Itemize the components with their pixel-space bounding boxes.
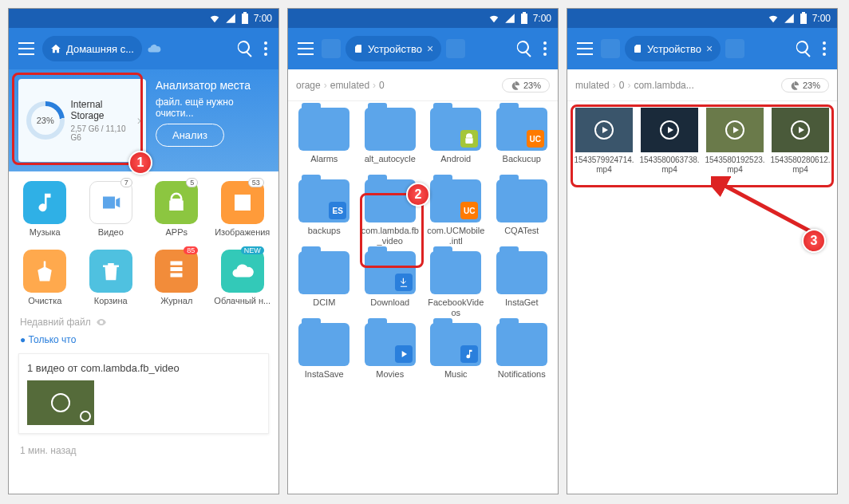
crumb-2[interactable]: com.lambda... — [634, 80, 693, 91]
folder-icon — [298, 323, 349, 366]
search-icon[interactable] — [235, 39, 255, 58]
video-item[interactable]: 1543580063738.mp4 — [639, 108, 700, 174]
tab-device[interactable]: Устройство × — [625, 36, 721, 61]
folder-item[interactable]: Music — [424, 323, 488, 390]
crumb-0[interactable]: orage — [296, 80, 321, 91]
storage-title: Internal Storage — [71, 99, 139, 121]
tab-label: Устройство — [647, 43, 701, 55]
folder-item[interactable]: Download — [359, 251, 422, 318]
overflow-menu[interactable] — [259, 41, 272, 56]
overflow-menu[interactable] — [539, 41, 551, 56]
folder-item[interactable]: Notifications — [491, 323, 554, 390]
overflow-menu[interactable] — [818, 41, 831, 56]
phone-screen-1: 7:00 Домашняя с... 23% Internal Storage … — [8, 8, 279, 494]
folder-item[interactable]: Android — [424, 108, 488, 175]
folder-item[interactable]: FacebookVideos — [424, 251, 488, 318]
folder-label: Backucup — [503, 154, 541, 175]
video-item[interactable]: 1543579924714.mp4 — [574, 108, 634, 174]
folder-icon — [365, 108, 416, 151]
menu-button[interactable] — [574, 37, 596, 60]
home-icon — [50, 43, 61, 54]
close-icon[interactable]: × — [427, 42, 433, 55]
shortcut-video[interactable]: 7 Видео — [80, 181, 142, 237]
folder-item[interactable]: Movies — [359, 323, 422, 390]
folder-badge-icon: ES — [329, 202, 346, 219]
recent-file-card[interactable]: 1 видео от com.lambda.fb_video — [18, 353, 269, 434]
battery-icon — [800, 12, 808, 25]
shortcut-cloud[interactable]: NEW Облачный н... — [211, 250, 274, 305]
folder-item[interactable]: InstaSave — [293, 323, 356, 390]
annotation-badge-2: 2 — [406, 183, 430, 207]
shortcut-label: Журнал — [160, 296, 192, 305]
video-label: 1543580192523.mp4 — [705, 156, 765, 174]
crumb-1[interactable]: emulated — [330, 80, 369, 91]
close-icon[interactable]: × — [706, 42, 713, 55]
folder-label: Movies — [376, 369, 404, 390]
storage-percent: 23% — [31, 106, 60, 135]
space-chip[interactable]: 23% — [781, 78, 829, 93]
crumb-2[interactable]: 0 — [379, 80, 385, 91]
svg-line-6 — [719, 183, 815, 234]
folder-label: Download — [370, 297, 409, 318]
tab-ghost-prev[interactable] — [601, 39, 620, 58]
folder-label: Music — [444, 369, 468, 390]
internal-storage-card[interactable]: 23% Internal Storage 2,57 G6 / 11,10 G6 … — [18, 79, 146, 162]
folder-item[interactable]: ES backups — [293, 179, 356, 246]
video-thumb — [641, 108, 698, 152]
folder-item[interactable]: UC com.UCMobile.intl — [424, 179, 488, 246]
badge: 53 — [248, 178, 264, 187]
wifi-icon — [768, 13, 779, 24]
tab-ghost-next[interactable] — [446, 39, 465, 58]
shortcut-log[interactable]: 85 Журнал — [145, 250, 207, 305]
folder-item[interactable]: UC Backucup — [491, 108, 554, 175]
video-item[interactable]: 1543580192523.mp4 — [705, 108, 765, 174]
folder-icon — [298, 251, 349, 294]
folder-item[interactable]: alt_autocycle — [359, 108, 422, 175]
recent-header: Недавний файл — [9, 309, 278, 331]
analyzer-sub: файл. ещё нужно очисти... — [156, 96, 269, 119]
recent-thumb[interactable] — [27, 380, 94, 425]
search-icon[interactable] — [515, 39, 534, 58]
folder-label: Android — [440, 154, 471, 175]
status-time: 7:00 — [254, 13, 272, 24]
cloud-icon[interactable] — [147, 41, 161, 56]
search-icon[interactable] — [794, 39, 813, 58]
folder-item[interactable]: DCIM — [293, 251, 356, 318]
crumb-1[interactable]: 0 — [619, 80, 625, 91]
phone-screen-3: 7:00 Устройство × mulated› 0› com.lambda… — [567, 8, 838, 494]
folder-item[interactable]: Alarms — [293, 108, 356, 175]
folder-badge-icon — [395, 345, 413, 363]
space-chip[interactable]: 23% — [502, 78, 550, 93]
folder-icon: ES — [298, 179, 349, 222]
tab-device[interactable]: Устройство × — [346, 36, 441, 61]
select-circle[interactable] — [80, 411, 91, 422]
folder-item[interactable]: InstaGet — [491, 251, 554, 318]
shortcut-image[interactable]: 53 Изображения — [211, 181, 274, 237]
folder-icon — [496, 251, 547, 294]
analyze-button[interactable]: Анализ — [156, 124, 224, 147]
tab-home[interactable]: Домашняя с... — [42, 36, 142, 61]
toolbar: Устройство × — [567, 28, 837, 69]
folder-item[interactable]: CQATest — [491, 179, 554, 246]
sdcard-icon — [353, 43, 363, 54]
pie-icon — [511, 81, 520, 90]
folder-icon: UC — [496, 108, 547, 151]
folder-icon: UC — [430, 179, 481, 222]
tab-ghost-prev[interactable] — [322, 39, 341, 58]
menu-button[interactable] — [15, 37, 38, 60]
shortcut-label: Облачный н... — [214, 296, 270, 305]
shortcut-app[interactable]: 5 APPs — [145, 181, 207, 237]
shortcut-trash[interactable]: Корзина — [80, 250, 142, 305]
folder-icon — [298, 108, 349, 151]
music-icon — [23, 181, 66, 224]
folder-label: alt_autocycle — [365, 154, 416, 175]
status-time: 7:00 — [533, 13, 551, 24]
crumb-0[interactable]: mulated — [575, 80, 610, 91]
tab-ghost-next[interactable] — [725, 39, 744, 58]
shortcut-music[interactable]: Музыка — [14, 181, 76, 237]
menu-button[interactable] — [294, 37, 317, 60]
shortcut-clean[interactable]: Очистка — [14, 250, 76, 305]
video-item[interactable]: 1543580280612.mp4 — [770, 108, 831, 174]
trash-icon — [89, 250, 132, 293]
svg-rect-3 — [523, 12, 526, 14]
